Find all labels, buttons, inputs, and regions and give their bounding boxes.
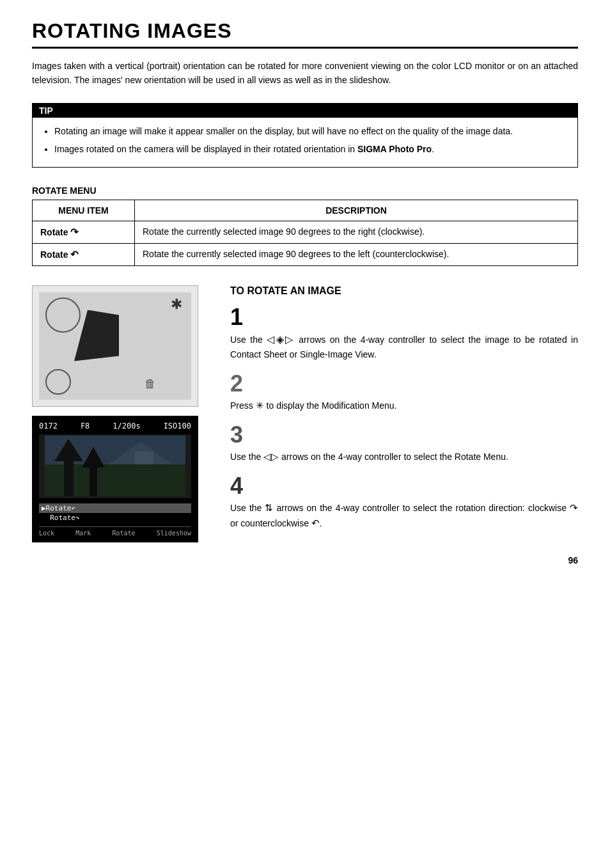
table-row: Rotate ↷ Rotate the currently selected i…: [33, 221, 578, 243]
step-4-number: 4: [230, 475, 578, 498]
lcd-btn-rotate: Rotate: [113, 530, 136, 537]
step-4: 4 Use the ⇅ arrows on the 4-way controll…: [230, 475, 578, 531]
lcd-menu-items: ▶Rotate↶ Rotate↷: [39, 502, 191, 524]
ccw-icon: ↶: [311, 517, 320, 528]
clockwise-arrow-icon: ↷: [70, 226, 79, 238]
lcd-screen-image: 0172 F8 1/200s ISO100: [32, 416, 198, 542]
black-shape: [74, 310, 119, 361]
tip-box: TIP Rotating an image will make it appea…: [32, 103, 578, 168]
page-title: ROTATING IMAGES: [32, 19, 578, 49]
circle-bottom-left: [45, 369, 71, 395]
lcd-shutter: 1/200s: [113, 422, 140, 430]
lr-arrows-icon: ◁◈▷: [267, 334, 295, 345]
tip-item-2: Images rotated on the camera will be dis…: [54, 142, 568, 156]
lcd-iso: ISO100: [164, 422, 191, 430]
tip-header: TIP: [33, 104, 577, 118]
lcd-menu-item-rotate-ccw: ▶Rotate↶: [39, 503, 191, 513]
rotate-image-title: TO ROTATE AN IMAGE: [230, 285, 578, 297]
star-icon: ✱: [171, 296, 182, 313]
rotate-menu-table: MENU ITEM DESCRIPTION Rotate ↷ Rotate th…: [32, 200, 578, 266]
intro-text: Images taken with a vertical (portrait) …: [32, 59, 578, 88]
counterclockwise-arrow-icon: ↶: [70, 249, 79, 260]
circle-top-left: [45, 297, 81, 333]
rotate-menu-title: ROTATE MENU: [32, 185, 578, 196]
rotate-cw-item: Rotate ↷: [33, 221, 135, 243]
cw-icon: ↷: [570, 502, 578, 513]
rotate-ccw-item: Rotate ↶: [33, 243, 135, 265]
right-instructions: TO ROTATE AN IMAGE 1 Use the ◁◈▷ arrows …: [230, 285, 578, 542]
step-3-text: Use the ◁▷ arrows on the 4-way controlle…: [230, 449, 578, 464]
left-images: ✱ 🗑 0172 F8 1/200s ISO100: [32, 285, 211, 542]
camera-icon-area: ✱ 🗑: [39, 292, 191, 400]
step-1-number: 1: [230, 306, 578, 329]
lcd-frame-number: 0172: [39, 422, 58, 430]
page-number: 96: [32, 555, 578, 565]
camera-viewfinder-image: ✱ 🗑: [32, 285, 198, 407]
lcd-btn-slideshow: Slideshow: [157, 530, 191, 537]
step-2-text: Press ✳ to display the Modification Menu…: [230, 398, 578, 413]
horizontal-arrows-icon: ◁▷: [263, 451, 279, 462]
tip-content: Rotating an image will make it appear sm…: [33, 118, 577, 167]
step-2-number: 2: [230, 372, 578, 395]
lcd-rotate-cw-label: Rotate↷: [42, 514, 80, 522]
step-2: 2 Press ✳ to display the Modification Me…: [230, 372, 578, 413]
step-1: 1 Use the ◁◈▷ arrows on the 4-way contro…: [230, 306, 578, 362]
bottom-section: ✱ 🗑 0172 F8 1/200s ISO100: [32, 285, 578, 542]
col-description: DESCRIPTION: [135, 200, 578, 221]
step-1-text: Use the ◁◈▷ arrows on the 4-way controll…: [230, 331, 578, 362]
table-row: Rotate ↶ Rotate the currently selected i…: [33, 243, 578, 265]
col-menu-item: MENU ITEM: [33, 200, 135, 221]
tip-item-1: Rotating an image will make it appear sm…: [54, 124, 568, 138]
lcd-image-area: [39, 434, 191, 498]
lcd-aperture: F8: [81, 422, 90, 430]
step-3-number: 3: [230, 423, 578, 446]
lcd-top-bar: 0172 F8 1/200s ISO100: [39, 422, 191, 430]
svg-rect-8: [134, 452, 153, 464]
rotate-ccw-desc: Rotate the currently selected image 90 d…: [135, 243, 578, 265]
lcd-rotate-ccw-label: ▶Rotate↶: [42, 504, 75, 512]
step-4-text: Use the ⇅ arrows on the 4-way controller…: [230, 500, 578, 531]
lcd-menu-item-rotate-cw: Rotate↷: [39, 513, 191, 523]
step-3: 3 Use the ◁▷ arrows on the 4-way control…: [230, 423, 578, 464]
lcd-bottom-bar: Lock Mark Rotate Slideshow: [39, 526, 191, 537]
rotate-cw-desc: Rotate the currently selected image 90 d…: [135, 221, 578, 243]
lcd-btn-lock: Lock: [39, 530, 54, 537]
star-press-icon: ✳: [256, 400, 264, 411]
lcd-landscape-svg: [45, 436, 185, 496]
lcd-btn-mark: Mark: [75, 530, 91, 537]
camera-screen-inner: ✱ 🗑: [39, 292, 191, 400]
trash-icon: 🗑: [145, 377, 156, 391]
vertical-arrows-icon: ⇅: [265, 502, 273, 513]
